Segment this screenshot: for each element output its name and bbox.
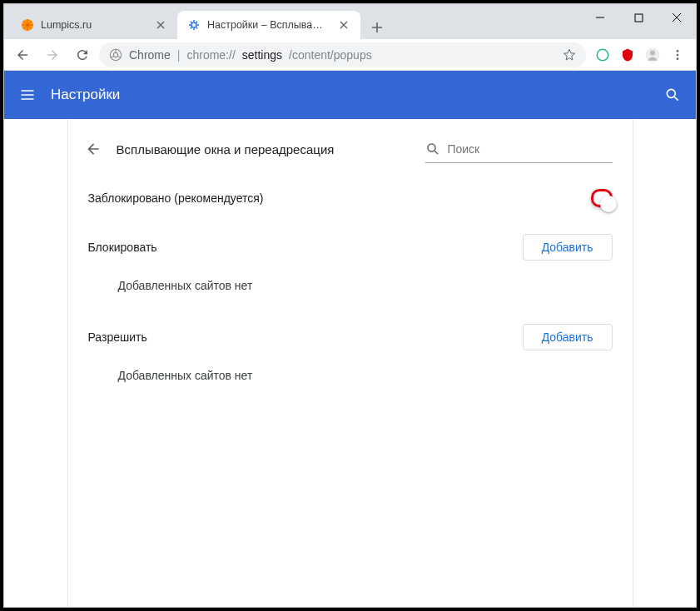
reload-button[interactable] [69, 42, 96, 68]
svg-point-8 [677, 50, 679, 52]
svg-point-4 [113, 52, 117, 57]
allow-section-header: Разрешить Добавить [68, 312, 633, 357]
close-window-button[interactable] [658, 4, 696, 31]
minimize-button[interactable] [581, 4, 619, 31]
svg-rect-2 [635, 14, 643, 22]
star-icon[interactable] [563, 48, 576, 62]
menu-button[interactable] [668, 45, 688, 65]
blocked-label: Заблокировано (рекомендуется) [88, 191, 264, 205]
new-tab-button[interactable] [365, 16, 389, 39]
svg-point-12 [428, 144, 435, 152]
settings-scroll[interactable]: Всплывающие окна и переадресация Заблоки… [4, 119, 696, 607]
tab-settings[interactable]: Настройки – Всплывающие окн [177, 11, 360, 39]
svg-point-5 [597, 49, 608, 61]
tab-title: Lumpics.ru [41, 19, 147, 31]
url-separator: | [177, 48, 181, 62]
browser-window: Lumpics.ru Настройки – Всплывающие окн [3, 3, 697, 608]
omnibox[interactable]: Chrome | chrome://settings/content/popup… [99, 42, 586, 67]
url-scheme-label: Chrome [129, 48, 171, 62]
window-controls [581, 4, 696, 31]
toolbar: Chrome | chrome://settings/content/popup… [4, 39, 696, 71]
block-empty-text: Добавленных сайтов нет [68, 267, 633, 312]
viewport: Настройки Всплывающие окна и переадресац… [4, 71, 696, 607]
back-arrow-button[interactable] [78, 134, 108, 164]
tab-title: Настройки – Всплывающие окн [207, 19, 330, 31]
svg-point-10 [677, 57, 679, 60]
search-icon[interactable] [664, 87, 681, 103]
svg-point-11 [667, 89, 675, 97]
svg-point-9 [677, 53, 679, 56]
favicon-lumpics [21, 18, 34, 32]
url-prefix: chrome:// [186, 48, 235, 62]
svg-point-1 [191, 22, 196, 27]
url-rest: /content/popups [289, 48, 372, 62]
blocked-toggle-row: Заблокировано (рекомендуется) [68, 174, 633, 222]
inline-search[interactable] [425, 135, 612, 163]
profile-avatar[interactable] [643, 45, 663, 65]
chrome-icon [109, 48, 122, 62]
tabstrip: Lumpics.ru Настройки – Всплывающие окн [4, 4, 581, 39]
forward-button[interactable] [39, 42, 66, 68]
svg-point-7 [650, 50, 655, 55]
settings-header-title: Настройки [51, 87, 649, 103]
add-allow-button[interactable]: Добавить [523, 324, 613, 350]
page-title: Всплывающие окна и переадресация [117, 142, 335, 156]
allow-section-label: Разрешить [88, 330, 147, 344]
close-icon[interactable] [154, 18, 167, 32]
close-icon[interactable] [337, 18, 350, 32]
search-icon [425, 142, 440, 156]
annotation-highlight [591, 189, 613, 207]
hamburger-icon[interactable] [19, 87, 36, 103]
favicon-settings [187, 18, 201, 32]
extension-icons [589, 45, 691, 65]
url-highlight: settings [242, 48, 282, 62]
search-input[interactable] [447, 142, 612, 156]
extension-icon-2[interactable] [618, 45, 638, 65]
settings-header: Настройки [4, 71, 696, 119]
tab-lumpics[interactable]: Lumpics.ru [11, 11, 177, 39]
titlebar: Lumpics.ru Настройки – Всплывающие окн [4, 4, 696, 39]
add-block-button[interactable]: Добавить [523, 234, 613, 261]
allow-empty-text: Добавленных сайтов нет [68, 357, 633, 402]
toggle-knob [600, 196, 617, 212]
block-section-label: Блокировать [88, 241, 157, 254]
maximize-button[interactable] [619, 4, 658, 31]
card-header: Всплывающие окна и переадресация [68, 119, 633, 174]
settings-card: Всплывающие окна и переадресация Заблоки… [67, 119, 633, 607]
extension-icon-1[interactable] [593, 45, 613, 65]
back-button[interactable] [9, 42, 36, 68]
block-section-header: Блокировать Добавить [68, 222, 633, 267]
